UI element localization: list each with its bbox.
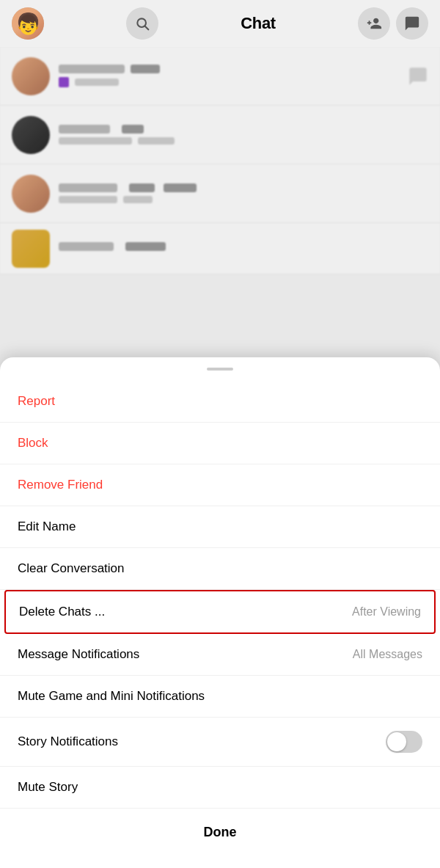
chat-content <box>59 65 399 87</box>
blurred-preview2 <box>123 196 153 203</box>
menu-label: Mute Game and Mini Notifications <box>18 689 205 704</box>
menu-item-mute-game[interactable]: Mute Game and Mini Notifications <box>0 676 440 718</box>
blurred-time <box>131 65 160 73</box>
blurred-preview <box>75 79 119 86</box>
blurred-name <box>59 125 110 134</box>
menu-item-clear-conversation[interactable]: Clear Conversation <box>0 548 440 590</box>
chat-content <box>59 125 428 145</box>
menu-item-remove-friend[interactable]: Remove Friend <box>0 464 440 506</box>
toggle-knob <box>387 732 406 751</box>
search-button[interactable] <box>126 7 158 40</box>
chat-avatar <box>12 175 50 213</box>
chat-list <box>0 47 440 274</box>
menu-item-message-notifications[interactable]: Message Notifications All Messages <box>0 634 440 676</box>
blurred-name <box>59 242 114 251</box>
new-chat-icon <box>404 15 420 32</box>
chat-content <box>59 242 428 255</box>
menu-value: All Messages <box>353 648 422 661</box>
blurred-date <box>164 183 197 192</box>
blurred-name <box>59 183 117 192</box>
menu-item-delete-chats[interactable]: Delete Chats ... After Viewing <box>4 590 436 634</box>
top-right-buttons <box>358 7 428 40</box>
menu-label: Clear Conversation <box>18 561 125 576</box>
menu-value: After Viewing <box>352 605 421 619</box>
chat-item <box>0 223 440 274</box>
chat-item <box>0 164 440 223</box>
menu-label: Edit Name <box>18 519 76 534</box>
blurred-preview2 <box>138 137 175 145</box>
bottom-sheet: Report Block Remove Friend Edit Name Cle… <box>0 357 440 868</box>
blurred-preview <box>59 196 117 203</box>
top-bar: Chat <box>0 0 440 47</box>
blurred-time <box>122 125 144 134</box>
menu-label: Delete Chats ... <box>19 605 105 619</box>
chat-item <box>0 106 440 164</box>
chat-content <box>59 183 428 203</box>
new-chat-button[interactable] <box>396 7 428 40</box>
menu-label: Mute Story <box>18 780 78 795</box>
menu-label: Story Notifications <box>18 734 118 749</box>
page-title: Chat <box>241 14 276 33</box>
story-notifications-toggle[interactable] <box>386 731 422 753</box>
menu-item-story-notifications[interactable]: Story Notifications <box>0 718 440 767</box>
svg-line-1 <box>145 26 149 30</box>
add-friend-button[interactable] <box>358 7 390 40</box>
blurred-preview <box>59 137 132 145</box>
blurred-name <box>59 65 125 73</box>
add-friend-icon <box>366 15 382 32</box>
done-button[interactable]: Done <box>0 812 440 853</box>
chat-bubble-icon <box>408 66 428 87</box>
chat-avatar <box>12 230 50 268</box>
menu-label: Remove Friend <box>18 478 103 492</box>
menu-item-report[interactable]: Report <box>0 381 440 423</box>
menu-item-block[interactable]: Block <box>0 423 440 464</box>
purple-dot <box>59 77 69 87</box>
chat-avatar <box>12 57 50 95</box>
chat-item <box>0 47 440 106</box>
menu-item-edit-name[interactable]: Edit Name <box>0 506 440 548</box>
done-label: Done <box>204 825 237 840</box>
avatar[interactable] <box>12 7 44 40</box>
blurred-time <box>129 183 155 192</box>
menu-label: Block <box>18 436 48 451</box>
blurred-time <box>125 242 166 251</box>
menu-item-mute-story[interactable]: Mute Story <box>0 767 440 809</box>
menu-label: Report <box>18 394 55 409</box>
sheet-handle <box>207 368 233 371</box>
search-icon <box>135 16 150 31</box>
menu-label: Message Notifications <box>18 647 139 662</box>
chat-avatar <box>12 116 50 154</box>
